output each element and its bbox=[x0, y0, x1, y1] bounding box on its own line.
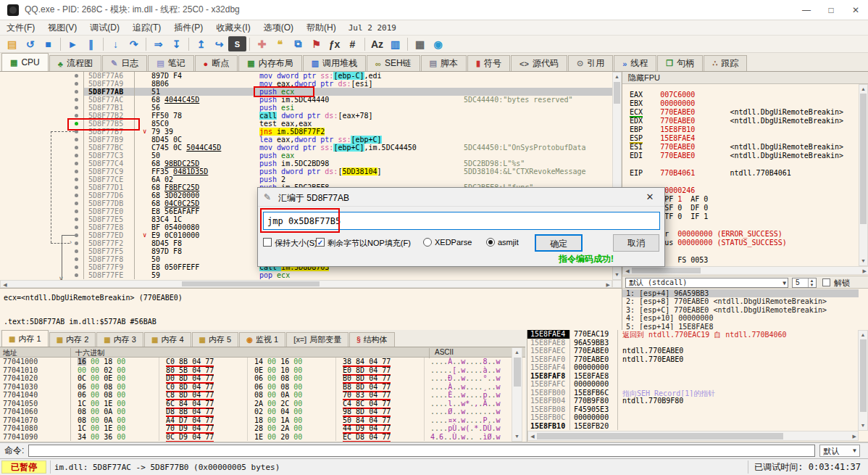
tab-log[interactable]: ✎日志 bbox=[102, 55, 147, 71]
tab-call-stack[interactable]: ▥调用堆栈 bbox=[303, 55, 366, 71]
dump-tab-struct[interactable]: §结构体 bbox=[349, 332, 395, 347]
dump-tab-memory[interactable]: ▦内存 3 bbox=[96, 332, 143, 347]
dump-tab-watch[interactable]: ◉监视 1 bbox=[239, 332, 285, 347]
menu-item[interactable]: 选项(O) bbox=[257, 20, 300, 36]
register-line[interactable]: ESP 15E8FAE4 bbox=[630, 134, 858, 143]
nop-fill-checkbox[interactable]: ✓ bbox=[316, 238, 325, 247]
functions-icon[interactable]: ƒx bbox=[325, 36, 343, 51]
tab-cpu[interactable]: ▦CPU bbox=[1, 53, 49, 71]
minimize-button[interactable]: — bbox=[794, 0, 819, 20]
row-dot-icon[interactable] bbox=[75, 98, 78, 102]
dump-row[interactable]: 7704107008 00 0A 00A4 D7 04 7718 00 1A 0… bbox=[0, 416, 504, 425]
disassembly-horizontal-scrollbar[interactable]: ◀▶ bbox=[0, 280, 612, 288]
register-line[interactable]: EDX 770EABE0 <ntdll.DbgUiRemoteBreakin> bbox=[630, 117, 858, 125]
stack-row[interactable]: 15E8FB0C00000000 bbox=[527, 413, 868, 422]
dump-row[interactable]: 7704104006 00 08 00C8 8D 04 7708 00 0A 0… bbox=[0, 391, 504, 400]
dump-row[interactable]: 7704106008 00 0A 00D8 8B 04 7702 00 04 0… bbox=[0, 408, 504, 416]
registers-vertical-scrollbar[interactable]: ▲▼ bbox=[859, 84, 868, 266]
dump-tab-memory[interactable]: ▦内存 5 bbox=[192, 332, 239, 347]
stack-row[interactable]: 15E8FAE4770EAC19返回到 ntdll.770EAC19 自 ntd… bbox=[527, 330, 868, 339]
disasm-row[interactable]: 5D8F77FE59pop ecx bbox=[0, 271, 612, 279]
tab-symbols[interactable]: ▮符号 bbox=[467, 55, 510, 71]
disasm-row[interactable]: 5D8F77B156push esi bbox=[0, 104, 612, 112]
disasm-row[interactable]: 5D8F77C350push eax bbox=[0, 152, 612, 160]
website-icon[interactable]: ◉ bbox=[429, 36, 447, 51]
encoding-icon[interactable]: Az bbox=[368, 36, 386, 51]
stack-row[interactable]: 15E8FB08F45905E3 bbox=[527, 405, 868, 414]
stack-horizontal-scrollbar[interactable]: ◀▶ bbox=[527, 431, 859, 441]
registers-horizontal-scrollbar[interactable]: ◀▶ bbox=[622, 266, 868, 275]
stack-vertical-scrollbar[interactable]: ▲▼ bbox=[858, 330, 868, 431]
command-mode-select[interactable]: 默认▼ bbox=[819, 445, 860, 457]
stack-panel[interactable]: 15E8FAE4770EAC19返回到 ntdll.770EAC19 自 ntd… bbox=[527, 330, 868, 442]
modules-icon[interactable]: ▥ bbox=[386, 36, 404, 51]
row-dot-icon[interactable] bbox=[75, 82, 78, 86]
tab-trace[interactable]: ∴跟踪 bbox=[704, 55, 747, 71]
unlock-checkbox[interactable] bbox=[822, 278, 830, 286]
stack-row[interactable]: 15E8FAF815E8FAE8 bbox=[527, 372, 868, 381]
dialog-close-icon[interactable]: ✕ bbox=[643, 191, 657, 202]
row-dot-icon[interactable] bbox=[75, 265, 78, 269]
dump-row[interactable]: 770410501C 00 1E 006C 84 04 772A 00 2C 0… bbox=[0, 400, 504, 408]
row-dot-icon[interactable] bbox=[75, 202, 78, 205]
register-line[interactable]: EBX 00000000 bbox=[630, 99, 858, 108]
register-line[interactable] bbox=[630, 160, 858, 169]
row-dot-icon[interactable] bbox=[75, 162, 78, 165]
row-dot-icon[interactable] bbox=[75, 241, 78, 245]
shortcuts-icon[interactable]: # bbox=[343, 36, 362, 51]
cancel-button[interactable]: 取消 bbox=[613, 234, 659, 252]
register-line[interactable]: EBP 15E8FB10 bbox=[630, 125, 858, 134]
stack-argument-row[interactable]: 1: [esp+4] 96A59BB3 bbox=[622, 289, 859, 297]
dump-tab-locals[interactable]: [x=]局部变量 bbox=[286, 332, 349, 347]
dump-tab-memory[interactable]: ▦内存 4 bbox=[144, 332, 191, 347]
dump-row[interactable]: 770410801C 00 1E 0070 D9 04 7728 00 2A 0… bbox=[0, 424, 504, 433]
pause-icon[interactable]: ∥ bbox=[82, 36, 100, 51]
disasm-row[interactable]: 5D8F77C9FF35 0481D35Dpush dword ptr ds:[… bbox=[0, 168, 612, 175]
menu-item[interactable]: 帮助(H) bbox=[300, 20, 343, 36]
patches-icon[interactable]: ✚ bbox=[253, 36, 271, 51]
row-dot-icon[interactable] bbox=[75, 226, 78, 229]
open-file-icon[interactable]: ▤ bbox=[3, 36, 21, 51]
dump-rows[interactable]: 7704100016 00 18 00C0 8B 04 7714 00 16 0… bbox=[0, 358, 504, 441]
row-dot-icon[interactable] bbox=[75, 138, 78, 141]
row-dot-icon[interactable] bbox=[75, 186, 78, 189]
xedparse-radio[interactable] bbox=[423, 238, 432, 247]
row-dot-icon[interactable] bbox=[75, 170, 78, 173]
dump-row[interactable]: 770410200C 00 0E 00D0 8D 04 7706 00 08 0… bbox=[0, 374, 504, 383]
disasm-row[interactable]: 5D8F77B98D45 0Clea eax,dword ptr ss:[ebp… bbox=[0, 136, 612, 144]
bookmarks-icon[interactable]: ⚑ bbox=[307, 36, 325, 51]
stack-argument-row[interactable]: 3: [esp+C] 770EABE0 <ntdll.DbgUiRemoteBr… bbox=[622, 306, 859, 314]
disasm-row[interactable]: 5D8F77CE6A 02push 2 bbox=[0, 175, 612, 183]
menu-item[interactable]: 收藏夹(I) bbox=[209, 20, 256, 36]
menu-item[interactable]: 文件(F) bbox=[0, 20, 41, 36]
tab-graph[interactable]: ♣流程图 bbox=[49, 55, 101, 71]
row-dot-icon[interactable] bbox=[75, 234, 78, 237]
stack-row[interactable]: 15E8FB1015E8FB20 bbox=[527, 422, 868, 431]
tab-seh-chain[interactable]: ∞SEH链 bbox=[367, 55, 420, 71]
stop-icon[interactable]: ■ bbox=[39, 36, 57, 51]
dump-row[interactable]: 7704109034 00 36 000C D9 04 771E 00 20 0… bbox=[0, 433, 504, 442]
stack-row[interactable]: 15E8FB04770B9F80ntdll.770B9F80 bbox=[527, 397, 868, 405]
row-dot-icon[interactable] bbox=[75, 273, 78, 277]
dialog-title-bar[interactable]: ✎ 汇编于 5D8F77AB ✕ bbox=[258, 188, 664, 207]
register-line[interactable] bbox=[630, 178, 858, 186]
command-input[interactable] bbox=[28, 445, 815, 457]
restart-icon[interactable]: ↺ bbox=[21, 36, 39, 51]
dump-vertical-scrollbar[interactable]: ▲▼ bbox=[512, 347, 522, 442]
menu-item[interactable]: 调试(D) bbox=[83, 20, 126, 36]
step-into-icon[interactable]: ↓ bbox=[107, 36, 125, 51]
stack-row[interactable]: 15E8FAEC770EABE0ntdll.770EABE0 bbox=[527, 347, 868, 355]
tab-handles[interactable]: ❒句柄 bbox=[657, 55, 703, 71]
register-line[interactable]: ECX 770EABE0 <ntdll.DbgUiRemoteBreakin> bbox=[630, 108, 858, 117]
dump-tab-memory[interactable]: ▦内存 1 bbox=[1, 330, 49, 347]
calculator-icon[interactable]: ▦ bbox=[411, 36, 429, 51]
tab-source[interactable]: <>源代码 bbox=[511, 55, 567, 71]
maximize-button[interactable]: □ bbox=[819, 0, 843, 20]
stack-argument-row[interactable]: 4: [esp+10] 00000000 bbox=[622, 314, 859, 322]
stack-argument-row[interactable]: 2: [esp+8] 770EABE0 <ntdll.DbgUiRemoteBr… bbox=[622, 297, 859, 305]
register-line[interactable]: ESI 770EABE0 <ntdll.DbgUiRemoteBreakin> bbox=[630, 143, 858, 152]
row-dot-icon[interactable] bbox=[75, 194, 78, 197]
comments-icon[interactable]: ❝ bbox=[271, 36, 289, 51]
dump-tab-memory[interactable]: ▦内存 2 bbox=[49, 332, 96, 347]
go-up-icon[interactable]: ↥ bbox=[192, 36, 210, 51]
